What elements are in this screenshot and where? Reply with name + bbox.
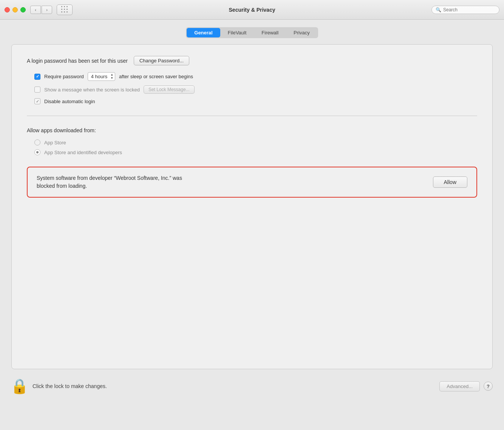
tab-filevault[interactable]: FileVault	[220, 28, 254, 37]
app-store-developers-radio[interactable]	[34, 149, 40, 155]
disable-login-checkbox[interactable]	[34, 98, 40, 104]
lock-message-checkbox[interactable]	[34, 87, 40, 93]
lock-message-row: Show a message when the screen is locked…	[34, 85, 477, 94]
search-icon: 🔍	[436, 7, 441, 12]
require-password-label: Require password	[44, 74, 84, 79]
app-store-radio[interactable]	[34, 139, 40, 145]
back-button[interactable]: ‹	[30, 6, 41, 14]
minimize-button[interactable]	[12, 7, 18, 12]
tabs: General FileVault Firewall Privacy	[186, 27, 318, 38]
allow-apps-label: Allow apps downloaded from:	[27, 127, 477, 133]
tabs-container: General FileVault Firewall Privacy	[11, 27, 493, 38]
password-row: A login password has been set for this u…	[27, 56, 477, 65]
maximize-button[interactable]	[20, 7, 26, 12]
grid-view-button[interactable]	[57, 5, 73, 15]
nav-buttons: ‹ ›	[30, 6, 52, 14]
require-password-suffix: after sleep or screen saver begins	[119, 74, 193, 79]
disable-login-row: Disable automatic login	[34, 98, 477, 104]
close-button[interactable]	[5, 7, 10, 12]
change-password-button[interactable]: Change Password...	[134, 56, 189, 65]
advanced-button[interactable]: Advanced...	[439, 381, 480, 391]
arrow-up-icon: ▲	[110, 73, 113, 76]
footer: 🔒 Click the lock to make changes. Advanc…	[0, 369, 504, 403]
titlebar: ‹ › Security & Privacy 🔍	[0, 0, 504, 20]
footer-left: 🔒 Click the lock to make changes.	[11, 377, 107, 396]
app-store-radio-row: App Store	[34, 139, 477, 145]
footer-right: Advanced... ?	[439, 381, 493, 391]
app-store-developers-radio-row: App Store and identified developers	[34, 149, 477, 155]
section-divider	[27, 116, 477, 116]
window-title: Security & Privacy	[77, 7, 427, 13]
padlock-icon: 🔒	[11, 378, 28, 394]
app-store-developers-label: App Store and identified developers	[44, 150, 122, 155]
dropdown-arrows-icon: ▲ ▼	[110, 73, 113, 80]
tab-privacy[interactable]: Privacy	[286, 28, 317, 37]
require-password-checkbox[interactable]	[34, 74, 40, 80]
forward-button[interactable]: ›	[42, 6, 52, 14]
allow-button[interactable]: Allow	[433, 176, 467, 188]
app-store-label: App Store	[44, 140, 66, 145]
alert-text-line2: blocked from loading.	[37, 183, 87, 189]
require-password-row: Require password 4 hours ▲ ▼ after sleep…	[34, 72, 477, 81]
lock-message-label: Show a message when the screen is locked	[44, 87, 140, 93]
password-label: A login password has been set for this u…	[27, 58, 128, 64]
password-timeout-dropdown[interactable]: 4 hours ▲ ▼	[88, 72, 115, 81]
alert-text: System software from developer “Webroot …	[37, 174, 182, 190]
settings-panel: A login password has been set for this u…	[11, 44, 493, 369]
disable-login-label: Disable automatic login	[44, 99, 95, 104]
help-button[interactable]: ?	[484, 382, 493, 391]
search-input[interactable]	[443, 7, 492, 12]
traffic-lights	[5, 7, 26, 12]
alert-text-line1: System software from developer “Webroot …	[37, 175, 182, 181]
grid-icon	[61, 6, 68, 13]
footer-text: Click the lock to make changes.	[32, 383, 107, 389]
tab-firewall[interactable]: Firewall	[254, 28, 286, 37]
main-content: General FileVault Firewall Privacy A log…	[0, 20, 504, 369]
tab-general[interactable]: General	[187, 28, 220, 37]
system-software-alert: System software from developer “Webroot …	[27, 167, 477, 198]
arrow-down-icon: ▼	[110, 77, 113, 80]
lock-icon[interactable]: 🔒	[11, 377, 27, 396]
password-timeout-value: 4 hours	[91, 74, 107, 79]
set-lock-message-button[interactable]: Set Lock Message...	[144, 85, 195, 94]
search-box[interactable]: 🔍	[431, 6, 499, 14]
